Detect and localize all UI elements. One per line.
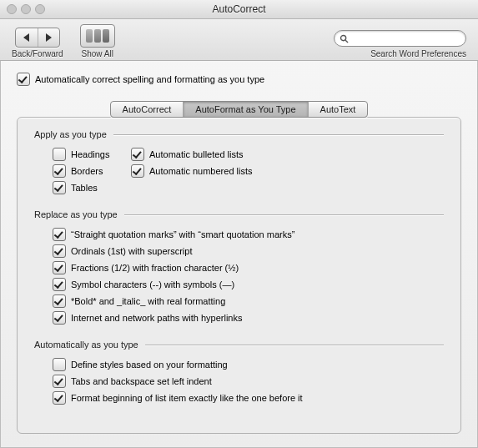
section-apply: Apply as you type Headings Automatic bul… (34, 129, 444, 194)
option-define-styles[interactable]: Define styles based on your formatting (53, 358, 444, 371)
tab-panel: Apply as you type Headings Automatic bul… (17, 117, 461, 434)
master-toggle-label: Automatically correct spelling and forma… (35, 74, 264, 84)
show-all-icon (86, 29, 93, 43)
divider (145, 345, 444, 345)
option-label: Automatic numbered lists (149, 166, 253, 176)
svg-point-2 (340, 35, 345, 40)
preferences-window: AutoCorrect Back/Forward Show All (0, 0, 478, 448)
master-toggle-row[interactable]: Automatically correct spelling and forma… (17, 73, 461, 86)
back-button[interactable] (16, 28, 38, 47)
checkbox[interactable] (53, 261, 66, 274)
option-label: Define styles based on your formatting (71, 360, 228, 370)
checkbox[interactable] (131, 148, 144, 161)
option-format-list-item[interactable]: Format beginning of list item exactly li… (53, 391, 444, 405)
checkbox[interactable] (53, 294, 66, 308)
option-tabs-backspace[interactable]: Tabs and backspace set left indent (53, 375, 444, 388)
svg-line-3 (345, 40, 348, 43)
checkbox[interactable] (53, 278, 66, 291)
tabs-control: AutoCorrect AutoFormat as You Type AutoT… (110, 101, 369, 118)
close-button[interactable] (7, 4, 17, 14)
checkbox[interactable] (53, 391, 66, 405)
checkbox[interactable] (53, 164, 66, 178)
option-label: Fractions (1/2) with fraction character … (71, 263, 239, 273)
minimize-button[interactable] (21, 4, 31, 14)
option-smart-quotes[interactable]: “Straight quotation marks” with “smart q… (53, 228, 444, 241)
search-icon (340, 34, 349, 43)
checkbox[interactable] (53, 181, 66, 194)
option-symbol-chars[interactable]: Symbol characters (--) with symbols (—) (53, 278, 444, 291)
tab-autotext[interactable]: AutoText (308, 102, 368, 117)
search-group: Search Word Preferences (334, 30, 466, 58)
option-headings[interactable]: Headings (53, 148, 128, 161)
section-replace: Replace as you type “Straight quotation … (34, 209, 444, 325)
option-ordinals[interactable]: Ordinals (1st) with superscript (53, 244, 444, 258)
option-label: Borders (71, 166, 103, 176)
toolbar: Back/Forward Show All Search Word Prefer… (0, 19, 478, 61)
checkbox[interactable] (53, 311, 66, 325)
forward-button[interactable] (38, 28, 59, 47)
option-tables[interactable]: Tables (53, 181, 128, 194)
show-all-button[interactable] (80, 24, 115, 48)
window-title: AutoCorrect (212, 3, 265, 15)
checkbox-master[interactable] (17, 73, 30, 86)
option-hyperlinks[interactable]: Internet and network paths with hyperlin… (53, 311, 444, 325)
show-all-icon (103, 29, 109, 43)
back-forward-segmented (15, 28, 60, 48)
content-area: Automatically correct spelling and forma… (0, 61, 478, 448)
search-caption: Search Word Preferences (370, 49, 466, 58)
checkbox[interactable] (131, 164, 144, 178)
svg-marker-1 (46, 33, 52, 42)
option-label: Tabs and backspace set left indent (71, 376, 212, 386)
checkbox[interactable] (53, 228, 66, 241)
section-auto: Automatically as you type Define styles … (34, 340, 444, 405)
option-label: “Straight quotation marks” with “smart q… (71, 229, 294, 239)
option-bulleted-lists[interactable]: Automatic bulleted lists (131, 148, 444, 161)
zoom-button[interactable] (35, 4, 45, 14)
search-field[interactable] (334, 30, 466, 47)
section-replace-header: Replace as you type (34, 209, 444, 219)
option-label: *Bold* and _italic_ with real formatting (71, 296, 225, 306)
tab-autocorrect[interactable]: AutoCorrect (111, 102, 184, 117)
option-label: Internet and network paths with hyperlin… (71, 313, 242, 323)
titlebar: AutoCorrect (0, 0, 478, 19)
divider (124, 214, 444, 215)
option-label: Headings (71, 149, 109, 159)
tab-autoformat-as-you-type[interactable]: AutoFormat as You Type (183, 102, 307, 117)
show-all-icon (94, 29, 101, 43)
option-bold-italic[interactable]: *Bold* and _italic_ with real formatting (53, 294, 444, 308)
section-replace-title: Replace as you type (34, 209, 118, 219)
tabs-row: AutoCorrect AutoFormat as You Type AutoT… (17, 101, 461, 118)
divider (113, 134, 444, 135)
checkbox[interactable] (53, 148, 66, 161)
section-apply-header: Apply as you type (34, 129, 444, 139)
show-all-group: Show All (80, 24, 115, 58)
option-label: Ordinals (1st) with superscript (71, 246, 193, 256)
option-label: Automatic bulleted lists (149, 149, 244, 159)
option-label: Symbol characters (--) with symbols (—) (71, 279, 234, 289)
option-borders[interactable]: Borders (53, 164, 128, 178)
option-label: Tables (71, 183, 98, 193)
triangle-right-icon (45, 33, 52, 42)
checkbox[interactable] (53, 244, 66, 258)
triangle-left-icon (23, 33, 30, 42)
window-controls (7, 4, 45, 14)
section-apply-title: Apply as you type (34, 129, 107, 139)
option-numbered-lists[interactable]: Automatic numbered lists (131, 164, 444, 178)
checkbox[interactable] (53, 375, 66, 388)
option-label: Format beginning of list item exactly li… (71, 393, 303, 403)
section-auto-title: Automatically as you type (34, 340, 138, 350)
checkbox[interactable] (53, 358, 66, 371)
svg-marker-0 (23, 33, 29, 42)
show-all-label: Show All (82, 49, 113, 58)
section-auto-header: Automatically as you type (34, 340, 444, 350)
option-fractions[interactable]: Fractions (1/2) with fraction character … (53, 261, 444, 274)
back-forward-group: Back/Forward (12, 28, 63, 58)
search-input[interactable] (352, 33, 470, 44)
back-forward-label: Back/Forward (12, 49, 63, 58)
